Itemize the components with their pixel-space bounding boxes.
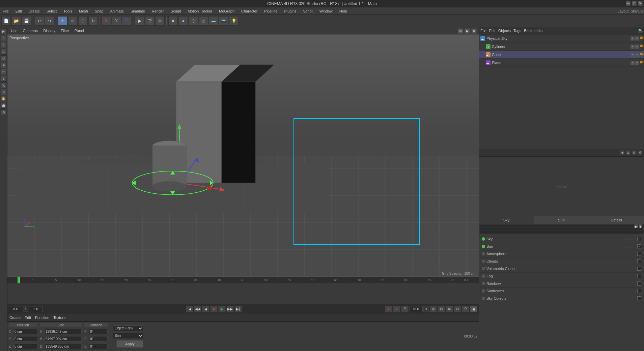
tab-details[interactable]: Details <box>589 216 644 224</box>
sidebar-mode-12[interactable]: ⚙ <box>1 109 7 115</box>
mat-function[interactable]: Function <box>35 316 49 320</box>
cylinder-btn[interactable]: ⬡ <box>189 16 198 26</box>
select-btn[interactable]: ✛ <box>58 16 67 26</box>
preview-up-btn[interactable]: ▲ <box>626 150 631 155</box>
extra-2[interactable]: ⊟ <box>438 306 445 313</box>
menu-window[interactable]: Window <box>318 8 334 14</box>
extra-3[interactable]: ⊕ <box>446 306 453 313</box>
move-btn[interactable]: ⊕ <box>68 16 78 26</box>
vp-menu-display[interactable]: Display <box>42 28 57 33</box>
object-item-cylinder[interactable]: ⬡ Cylinder ✓ ✓ <box>479 43 644 51</box>
rtab-search-icon[interactable]: 🔍 <box>638 28 643 33</box>
sky-clouds-checkbox[interactable] <box>637 259 641 263</box>
sky-sky-checkbox[interactable]: ✓ <box>637 237 641 241</box>
rtab-bookmarks[interactable]: Bookmarks <box>524 29 542 33</box>
sky-fog-checkbox[interactable] <box>637 274 641 278</box>
size-mode-dropdown[interactable]: Size Scale <box>113 333 143 339</box>
size-b-input[interactable] <box>45 344 82 349</box>
preview-zoom-btn[interactable]: ⊕ <box>632 150 637 155</box>
extra-4[interactable]: ⊙ <box>454 306 461 313</box>
rtab-tags[interactable]: Tags <box>513 29 521 33</box>
render-btn[interactable]: 🎬 <box>145 16 155 26</box>
preview-settings-btn[interactable]: ⚙ <box>638 150 643 155</box>
torus-btn[interactable]: ◎ <box>199 16 208 26</box>
light-btn[interactable]: 💡 <box>229 16 239 26</box>
maximize-button[interactable]: □ <box>632 1 637 6</box>
sidebar-mode-6[interactable]: ✂ <box>1 69 7 75</box>
sky-atmosphere-checkbox[interactable] <box>637 252 641 256</box>
sidebar-mode-3[interactable]: □ <box>1 49 7 55</box>
menu-create[interactable]: Create <box>27 8 41 14</box>
mat-edit[interactable]: Edit <box>25 316 31 320</box>
rotate-btn[interactable]: ↻ <box>88 16 98 26</box>
cube-btn[interactable]: ■ <box>168 16 178 26</box>
object-item-plane[interactable]: ▬ Plane ✓ ✓ <box>479 59 644 67</box>
menu-character[interactable]: Character <box>240 8 259 14</box>
close-button[interactable]: ✕ <box>638 1 643 6</box>
sidebar-mode-4[interactable]: ⬡ <box>1 55 7 61</box>
sidebar-mode-5[interactable]: ⊕ <box>1 62 7 68</box>
tab-sky[interactable]: Sky <box>479 216 534 224</box>
sphere-btn[interactable]: ● <box>178 16 188 26</box>
motion-path-btn[interactable]: ? <box>401 306 409 313</box>
sky-vol-clouds-checkbox[interactable] <box>637 267 641 271</box>
menu-animate[interactable]: Animate <box>109 8 125 14</box>
menu-plugins[interactable]: Plugins <box>283 8 298 14</box>
prev-keyframe-btn[interactable]: ◀◀ <box>194 306 201 313</box>
new-btn[interactable]: 📄 <box>1 16 11 26</box>
sidebar-mode-10[interactable]: 🎨 <box>1 96 7 102</box>
sidebar-mode-0[interactable]: ▶ <box>1 28 7 34</box>
object-item-physical-sky[interactable]: ☁ Physical Sky ✓ ✓ <box>479 34 644 43</box>
sidebar-mode-1[interactable]: ○ <box>1 35 7 41</box>
sky-rainbow-checkbox[interactable] <box>637 281 641 286</box>
sidebar-mode-7[interactable]: S <box>1 76 7 82</box>
menu-mesh[interactable]: Mesh <box>78 8 89 14</box>
render-preview-btn[interactable]: ▶ <box>135 16 144 26</box>
rtab-file[interactable]: File <box>480 29 486 33</box>
camera-btn[interactable]: 📷 <box>219 16 228 26</box>
frame-start-display[interactable]: 0 F <box>9 306 22 312</box>
menu-file[interactable]: File <box>1 8 10 14</box>
rtab-objects[interactable]: Objects <box>498 29 511 33</box>
menu-select[interactable]: Select <box>45 8 58 14</box>
menu-motion-tracker[interactable]: Motion Tracker <box>186 8 214 14</box>
menu-help[interactable]: Help <box>338 8 348 14</box>
menu-tools[interactable]: Tools <box>62 8 74 14</box>
sidebar-mode-2[interactable]: △ <box>1 42 7 48</box>
extra-5[interactable]: P <box>462 306 469 313</box>
vp-menu-use[interactable]: Use <box>9 28 19 33</box>
bar-btn-1[interactable]: ▶ <box>635 224 638 228</box>
extra-6[interactable]: ▣ <box>470 306 477 313</box>
mat-texture[interactable]: Texture <box>53 316 65 320</box>
sky-sunbeams-checkbox[interactable] <box>637 289 641 293</box>
rtab-edit[interactable]: Edit <box>489 29 496 33</box>
vp-icon-1[interactable]: ⊞ <box>458 28 463 34</box>
auto-keyframe-btn[interactable]: ⚬ <box>393 306 400 313</box>
preview-back-btn[interactable]: ◀ <box>620 150 624 155</box>
menu-mograph[interactable]: MoGraph <box>218 8 236 14</box>
play-reverse-btn[interactable]: ◀ <box>202 306 209 313</box>
size-h-input[interactable] <box>45 329 82 334</box>
next-keyframe-btn[interactable]: ▶▶ <box>226 306 234 313</box>
vp-menu-cameras[interactable]: Cameras <box>22 28 39 33</box>
go-to-end-btn[interactable]: ▶| <box>234 306 242 313</box>
vp-menu-filter[interactable]: Filter <box>59 28 70 33</box>
render-settings-btn[interactable]: ⚙ <box>155 16 165 26</box>
undo-btn[interactable]: ↩ <box>35 16 44 26</box>
menu-pipeline[interactable]: Pipeline <box>263 8 279 14</box>
save-btn[interactable]: 💾 <box>22 16 31 26</box>
tab-sun[interactable]: Sun <box>534 216 589 224</box>
loop-btn[interactable]: ↺ <box>423 306 429 312</box>
axis-z-btn[interactable]: Z <box>122 16 131 26</box>
keyframe-btn[interactable]: ● <box>385 306 392 313</box>
sky-objects-checkbox[interactable] <box>637 296 641 300</box>
axis-y-btn[interactable]: Y <box>112 16 121 26</box>
size-h2-input[interactable] <box>45 336 82 342</box>
viewport[interactable]: Use Cameras Display Filter Panel ⊞ ▶ ⚙ P… <box>7 27 479 277</box>
pos-y-input[interactable] <box>13 336 37 342</box>
object-item-cube[interactable]: ■ Cube ✓ ✓ <box>479 51 644 59</box>
stop-btn[interactable]: ■ <box>210 306 218 313</box>
viewport-canvas[interactable]: Perspective <box>7 34 479 277</box>
apply-button[interactable]: Apply <box>116 340 143 348</box>
rot-p2-input[interactable] <box>89 336 108 342</box>
